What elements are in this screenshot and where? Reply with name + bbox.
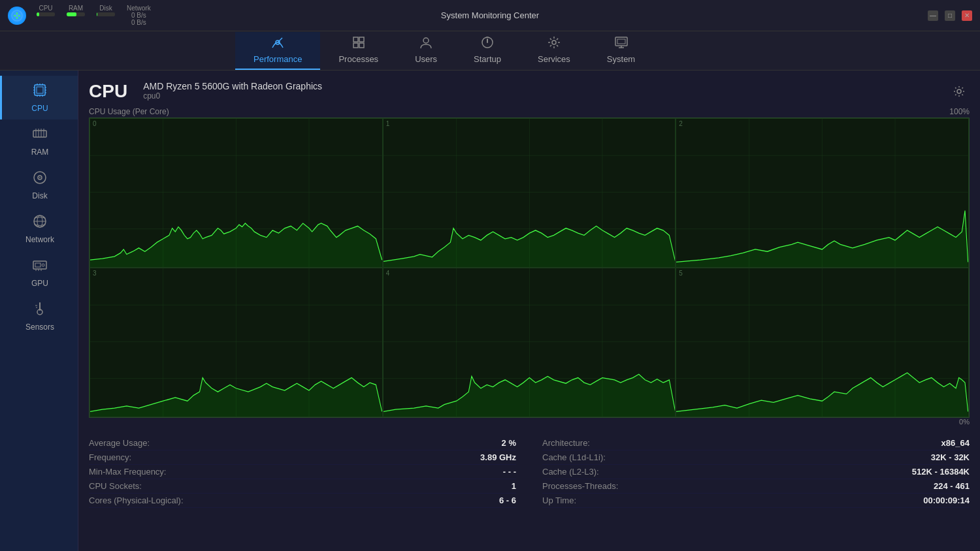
- svg-rect-3: [353, 37, 358, 42]
- stat-cache-l2l3: Cache (L2-L3): 512K - 16384K: [542, 465, 970, 479]
- svg-rect-21: [35, 263, 41, 267]
- sockets-value: 1: [512, 481, 516, 491]
- settings-button[interactable]: [949, 81, 970, 102]
- network-metric-label: Network: [127, 5, 151, 12]
- ram-metric-bar: [67, 12, 85, 16]
- network-metric: Network 0 B/s 0 B/s: [127, 5, 151, 26]
- svg-point-17: [39, 177, 41, 178]
- cache-l2l3-label: Cache (L2-L3):: [542, 467, 599, 477]
- ram-metric-label: RAM: [69, 5, 83, 12]
- core-2-label: 2: [679, 120, 683, 127]
- svg-rect-6: [359, 43, 364, 48]
- disk-metric-label: Disk: [99, 5, 112, 12]
- core-1-label: 1: [386, 120, 390, 127]
- sidebar-item-gpu[interactable]: GPU: [0, 251, 78, 294]
- ram-metric: RAM: [67, 5, 85, 26]
- svg-rect-4: [359, 37, 364, 42]
- minimize-button[interactable]: —: [928, 10, 938, 21]
- network-download: 0 B/s: [131, 19, 146, 26]
- sidebar-item-sensors[interactable]: Sensors: [0, 294, 78, 338]
- close-button[interactable]: ✕: [962, 10, 972, 21]
- architecture-value: x86_64: [941, 438, 970, 448]
- sidebar: CPU RAM Disk: [0, 71, 78, 551]
- disk-sidebar-icon: [32, 170, 48, 189]
- window-title: System Monitoring Center: [441, 10, 539, 20]
- frequency-value: 3.89 GHz: [480, 452, 516, 462]
- sidebar-item-ram[interactable]: RAM: [0, 119, 78, 163]
- content-area: CPU AMD Ryzen 5 5600G with Radeon Graphi…: [78, 71, 980, 551]
- core-5-label: 5: [679, 270, 683, 277]
- chart-header: CPU Usage (Per Core) 100%: [89, 107, 970, 116]
- tab-users[interactable]: Users: [397, 32, 455, 70]
- stats-section: Average Usage: 2 % Frequency: 3.89 GHz M…: [89, 428, 970, 516]
- sidebar-sensors-label: Sensors: [25, 323, 54, 332]
- sidebar-item-network[interactable]: Network: [0, 207, 78, 251]
- cpu-charts-grid: 0 1: [89, 118, 970, 418]
- svg-point-7: [423, 38, 429, 43]
- cores-value: 6 - 6: [499, 496, 516, 505]
- tab-processes-label: Processes: [338, 54, 378, 64]
- architecture-label: Architecture:: [542, 438, 590, 448]
- content-header: CPU AMD Ryzen 5 5600G with Radeon Graphi…: [89, 81, 970, 102]
- processes-threads-value: 224 - 461: [934, 481, 970, 491]
- tab-processes[interactable]: Processes: [320, 32, 397, 70]
- window-controls: — □ ✕: [928, 10, 972, 21]
- avg-usage-label: Average Usage:: [89, 438, 150, 448]
- chart-core-2: 2: [676, 118, 969, 268]
- cpu-metric-bar: [37, 12, 55, 16]
- chart-core-3: 3: [90, 268, 383, 417]
- ram-metric-fill: [67, 12, 76, 16]
- avg-usage-value: 2 %: [502, 438, 516, 448]
- min-max-freq-label: Min-Max Frequency:: [89, 467, 166, 477]
- system-icon: [614, 35, 629, 53]
- svg-rect-5: [353, 43, 358, 48]
- sidebar-disk-label: Disk: [32, 191, 47, 200]
- cpu-metric: CPU: [37, 5, 55, 26]
- services-icon: [547, 35, 561, 53]
- network-sidebar-icon: [32, 213, 48, 232]
- disk-metric-fill: [97, 12, 97, 16]
- stats-left: Average Usage: 2 % Frequency: 3.89 GHz M…: [89, 436, 516, 508]
- startup-icon: [480, 35, 495, 53]
- uptime-value: 00:00:09:14: [923, 496, 970, 505]
- chart-max: 100%: [949, 107, 970, 116]
- tab-bar: Performance Processes Users: [0, 31, 980, 71]
- tab-startup[interactable]: Startup: [455, 32, 519, 70]
- chart-core-1: 1: [383, 118, 676, 268]
- chart-core-5: 5: [676, 268, 969, 417]
- sidebar-network-label: Network: [25, 235, 54, 244]
- stat-cores: Cores (Physical-Logical): 6 - 6: [89, 494, 516, 508]
- svg-rect-13: [37, 87, 43, 93]
- sidebar-item-disk[interactable]: Disk: [0, 163, 78, 207]
- stat-architecture: Architecture: x86_64: [542, 436, 970, 450]
- svg-rect-11: [617, 39, 625, 44]
- cpu-metric-label: CPU: [39, 5, 52, 12]
- stat-sockets: CPU Sockets: 1: [89, 479, 516, 494]
- tab-performance[interactable]: Performance: [235, 32, 320, 70]
- metrics-bar: CPU RAM Disk Network 0 B/s 0 B/: [37, 5, 151, 26]
- stat-min-max-freq: Min-Max Frequency: - - -: [89, 465, 516, 479]
- svg-point-1: [16, 14, 18, 17]
- cpu-metric-fill: [37, 12, 39, 16]
- sidebar-ram-label: RAM: [31, 148, 49, 157]
- uptime-label: Up Time:: [542, 496, 576, 505]
- tab-system[interactable]: System: [589, 32, 653, 70]
- title-bar: CPU RAM Disk Network 0 B/s 0 B/: [0, 0, 980, 31]
- maximize-button[interactable]: □: [945, 10, 955, 21]
- stat-avg-usage: Average Usage: 2 %: [89, 436, 516, 450]
- tab-users-label: Users: [415, 54, 437, 64]
- title-bar-left: CPU RAM Disk Network 0 B/s 0 B/: [8, 5, 151, 26]
- svg-point-24: [957, 89, 961, 93]
- page-title: CPU: [89, 81, 127, 102]
- sidebar-item-cpu[interactable]: CPU: [0, 76, 78, 119]
- chart-label: CPU Usage (Per Core): [89, 107, 169, 116]
- tab-system-label: System: [607, 54, 635, 64]
- main-area: CPU RAM Disk: [0, 71, 980, 551]
- sensors-sidebar-icon: [32, 301, 48, 320]
- chart-core-0: 0: [90, 118, 383, 268]
- tab-services[interactable]: Services: [519, 32, 589, 70]
- disk-metric-bar: [97, 12, 115, 16]
- cpu-model: AMD Ryzen 5 5600G with Radeon Graphics: [143, 81, 322, 91]
- chart-min: 0%: [89, 418, 970, 426]
- sockets-label: CPU Sockets:: [89, 481, 142, 491]
